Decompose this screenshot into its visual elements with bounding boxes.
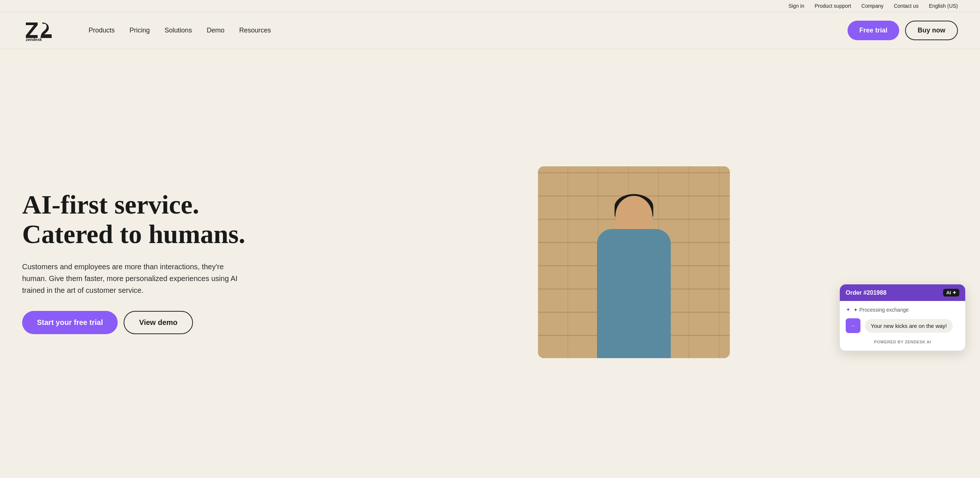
nav-solutions[interactable]: Solutions (165, 27, 192, 34)
person-silhouette (575, 189, 693, 358)
nav-links: Products Pricing Solutions Demo Resource… (89, 27, 848, 34)
view-demo-button[interactable]: View demo (124, 311, 193, 334)
nav-demo[interactable]: Demo (207, 27, 224, 34)
nav-products[interactable]: Products (89, 27, 115, 34)
free-trial-button[interactable]: Free trial (848, 21, 899, 40)
hero-image (538, 166, 730, 358)
nav-pricing[interactable]: Pricing (129, 27, 150, 34)
hero-title: AI-first service. Catered to humans. (22, 190, 288, 249)
chat-card: Order #201988 AI ✦ ✦ ✦ Processing exchan… (840, 284, 965, 351)
nav-resources[interactable]: Resources (239, 27, 271, 34)
svg-text:zendesk: zendesk (26, 37, 42, 42)
product-support-link[interactable]: Product support (815, 3, 851, 9)
chat-bubble: Your new kicks are on the way! (865, 319, 953, 333)
hero-buttons: Start your free trial View demo (22, 311, 288, 334)
hero-right: Order #201988 AI ✦ ✦ ✦ Processing exchan… (310, 166, 958, 358)
company-link[interactable]: Company (862, 3, 884, 9)
zendesk-logo: zendesk (22, 19, 67, 42)
hero-section: AI-first service. Catered to humans. Cus… (0, 49, 980, 475)
powered-by: POWERED BY ZENDESK AI (846, 338, 959, 346)
top-bar: Sign in Product support Company Contact … (0, 0, 980, 12)
language-selector[interactable]: English (US) (929, 3, 958, 9)
processing-label: ✦ Processing exchange (853, 307, 909, 313)
chat-card-body: ✦ ✦ Processing exchange ·· Your new kick… (840, 301, 965, 351)
processing-row: ✦ ✦ Processing exchange (846, 306, 959, 313)
logo[interactable]: zendesk (22, 19, 67, 42)
chat-card-header: Order #201988 AI ✦ (840, 284, 965, 301)
person-body (597, 229, 671, 358)
start-trial-button[interactable]: Start your free trial (22, 311, 118, 334)
hero-left: AI-first service. Catered to humans. Cus… (22, 190, 288, 334)
signin-link[interactable]: Sign in (789, 3, 804, 9)
avatar-icon: ·· (851, 322, 855, 330)
chat-message-row: ·· Your new kicks are on the way! (846, 318, 959, 333)
processing-icon: ✦ (846, 306, 851, 313)
order-number: Order #201988 (846, 289, 886, 296)
contact-us-link[interactable]: Contact us (894, 3, 918, 9)
chat-avatar: ·· (846, 318, 861, 333)
main-nav: zendesk Products Pricing Solutions Demo … (0, 12, 980, 49)
hero-subtitle: Customers and employees are more than in… (22, 261, 243, 296)
buy-now-button[interactable]: Buy now (905, 21, 958, 40)
ai-badge: AI ✦ (943, 289, 959, 297)
nav-actions: Free trial Buy now (848, 21, 958, 40)
